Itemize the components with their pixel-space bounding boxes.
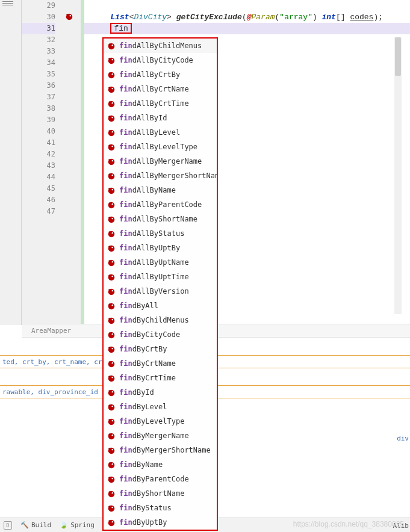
autocomplete-item[interactable]: findAllByLevel <box>104 125 217 140</box>
mybatis-bird-icon <box>107 446 116 454</box>
spring-tab[interactable]: Spring <box>60 521 95 529</box>
line-number[interactable]: 30 <box>22 11 55 23</box>
autocomplete-item[interactable]: findByCrtBy <box>104 342 217 356</box>
line-number[interactable]: 46 <box>22 194 55 206</box>
line-number[interactable]: 41 <box>22 137 55 149</box>
line-number[interactable]: 38 <box>22 103 55 114</box>
svg-point-23 <box>112 189 113 190</box>
mybatis-bird-icon <box>107 186 116 194</box>
line-number[interactable]: 45 <box>22 183 55 194</box>
code-line-current[interactable]: fin <box>84 23 410 34</box>
autocomplete-item[interactable]: findByChildMenus <box>104 313 217 327</box>
item-label: dByCrtBy <box>132 342 167 356</box>
autocomplete-item[interactable]: findAllByLevelType <box>104 140 217 154</box>
autocomplete-item[interactable]: findAllByUptName <box>104 255 217 270</box>
autocomplete-item[interactable]: findAllByCrtBy <box>104 67 217 82</box>
editor-scrollbar[interactable] <box>394 37 402 314</box>
mybatis-bird-icon <box>107 302 116 310</box>
match-prefix: fin <box>119 414 132 428</box>
autocomplete-item[interactable]: findAllByShortName <box>104 212 217 226</box>
autocomplete-item[interactable]: findAllByCrtName <box>104 82 217 96</box>
parameter-name: codes <box>350 13 373 22</box>
breadcrumb-item[interactable]: AreaMapper <box>31 327 71 335</box>
autocomplete-item[interactable]: findByCrtTime <box>104 371 217 385</box>
line-number[interactable]: 39 <box>22 114 55 126</box>
autocomplete-item[interactable]: findAllByMergerName <box>104 154 217 169</box>
autocomplete-item[interactable]: findByMergerShortName <box>104 443 217 457</box>
autocomplete-item[interactable]: findByLevelType <box>104 414 217 428</box>
autocomplete-item[interactable]: findByMergerName <box>104 428 217 443</box>
svg-point-63 <box>112 478 113 479</box>
item-label: dAllByCrtName <box>132 82 189 96</box>
svg-point-45 <box>112 348 113 349</box>
match-prefix: fin <box>119 371 132 385</box>
line-number[interactable]: 40 <box>22 126 55 137</box>
line-number[interactable]: 44 <box>22 172 55 183</box>
match-prefix: fin <box>119 501 132 515</box>
autocomplete-item[interactable]: findByParentCode <box>104 472 217 486</box>
mybatis-bird-icon[interactable] <box>65 12 73 20</box>
mybatis-bird-icon <box>107 114 116 122</box>
line-number[interactable]: 47 <box>22 206 55 217</box>
item-label: dByStatus <box>132 501 172 515</box>
match-prefix: fin <box>119 154 132 169</box>
annotation-sigil: @ <box>247 13 252 22</box>
line-number-gutter[interactable]: 29303132333435363738394041424344454647 <box>22 0 60 325</box>
match-prefix: fin <box>119 197 132 212</box>
autocomplete-item[interactable]: findAllByVersion <box>104 284 217 298</box>
item-label: dByChildMenus <box>132 313 189 327</box>
status-item[interactable]: D <box>4 521 12 530</box>
autocomplete-item[interactable]: findAllByName <box>104 183 217 197</box>
scrollbar-thumb[interactable] <box>395 37 401 76</box>
line-number[interactable]: 42 <box>22 149 55 160</box>
autocomplete-item[interactable]: findByShortName <box>104 486 217 501</box>
autocomplete-item[interactable]: findByUptBy <box>104 515 217 530</box>
code-line[interactable]: List<DivCity> getCityExclude(@Param("arr… <box>84 11 410 23</box>
item-label: dAllByParentCode <box>132 197 202 212</box>
line-number[interactable]: 37 <box>22 91 55 103</box>
match-prefix: fin <box>119 342 132 356</box>
mybatis-bird-icon <box>107 287 116 295</box>
autocomplete-item[interactable]: findByCityCode <box>104 327 217 342</box>
autocomplete-item[interactable]: findAllById <box>104 111 217 125</box>
line-number[interactable]: 33 <box>22 46 55 57</box>
svg-point-61 <box>112 463 113 465</box>
autocomplete-item[interactable]: findAllByUptTime <box>104 270 217 284</box>
mybatis-bird-icon <box>107 229 116 238</box>
autocomplete-item[interactable]: findAllByUptBy <box>104 241 217 255</box>
autocomplete-item[interactable]: findById <box>104 385 217 400</box>
autocomplete-item[interactable]: findAllByMergerShortName <box>104 169 217 183</box>
line-number[interactable]: 35 <box>22 69 55 80</box>
build-tab[interactable]: Build <box>20 521 51 529</box>
mybatis-bird-icon <box>107 273 116 281</box>
line-number[interactable]: 29 <box>22 0 55 11</box>
mybatis-bird-icon <box>107 330 116 339</box>
svg-point-53 <box>112 406 113 407</box>
line-number[interactable]: 43 <box>22 160 55 172</box>
autocomplete-item[interactable]: findAllByParentCode <box>104 197 217 212</box>
autocomplete-item[interactable]: findAllByCrtTime <box>104 96 217 111</box>
autocomplete-popup[interactable]: findAllByChildMenusfindAllByCityCodefind… <box>102 37 218 531</box>
match-prefix: fin <box>119 125 132 140</box>
line-number[interactable]: 32 <box>22 34 55 46</box>
watermark-text: https://blog.csdn.net/qq_38380025 <box>293 520 404 528</box>
line-number[interactable]: 31 <box>22 23 55 34</box>
autocomplete-item[interactable]: findAllByChildMenus <box>104 39 217 53</box>
mybatis-bird-icon <box>107 403 116 411</box>
autocomplete-item[interactable]: findByCrtName <box>104 356 217 371</box>
line-number[interactable]: 36 <box>22 80 55 91</box>
autocomplete-item[interactable]: findByAll <box>104 298 217 313</box>
autocomplete-item[interactable]: findAllByStatus <box>104 226 217 241</box>
autocomplete-item[interactable]: findByLevel <box>104 400 217 414</box>
mybatis-bird-icon <box>107 56 116 64</box>
code-line[interactable] <box>84 0 410 11</box>
autocomplete-item[interactable]: findAllByCityCode <box>104 53 217 67</box>
mybatis-bird-icon <box>107 504 116 512</box>
autocomplete-item[interactable]: findByName <box>104 457 217 472</box>
d-icon: D <box>4 521 12 530</box>
autocomplete-item[interactable]: findByStatus <box>104 501 217 515</box>
project-tool-strip[interactable] <box>0 0 22 325</box>
match-prefix: fin <box>119 400 132 414</box>
line-number[interactable]: 34 <box>22 57 55 69</box>
match-prefix: fin <box>119 96 132 111</box>
